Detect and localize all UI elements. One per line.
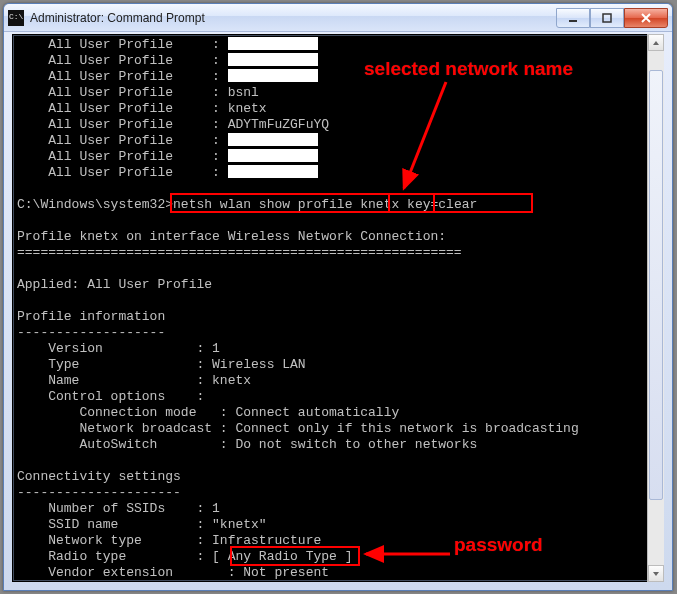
terminal-line: All User Profile : bbox=[17, 149, 659, 165]
terminal-line: Network type : Infrastructure bbox=[17, 533, 659, 549]
window-controls bbox=[556, 8, 668, 28]
terminal-line: Profile knetx on interface Wireless Netw… bbox=[17, 229, 659, 245]
command-prompt-window: Administrator: Command Prompt All User P… bbox=[3, 3, 673, 591]
terminal-line: --------------------- bbox=[17, 485, 659, 501]
terminal-line: All User Profile : bbox=[17, 133, 659, 149]
scroll-thumb[interactable] bbox=[649, 70, 663, 500]
terminal-line: Control options : bbox=[17, 389, 659, 405]
terminal-line: All User Profile : ADYTmFuZGFuYQ bbox=[17, 117, 659, 133]
cmd-icon bbox=[8, 10, 24, 26]
terminal-line: Radio type : [ Any Radio Type ] bbox=[17, 549, 659, 565]
window-title: Administrator: Command Prompt bbox=[30, 11, 556, 25]
terminal-line bbox=[17, 261, 659, 277]
terminal-line: All User Profile : knetx bbox=[17, 101, 659, 117]
terminal-line: Profile information bbox=[17, 309, 659, 325]
svg-rect-0 bbox=[569, 20, 577, 22]
terminal-line: Applied: All User Profile bbox=[17, 277, 659, 293]
terminal-line: Connectivity settings bbox=[17, 469, 659, 485]
terminal-line: All User Profile : bbox=[17, 165, 659, 181]
titlebar[interactable]: Administrator: Command Prompt bbox=[4, 4, 672, 32]
command-text: netsh wlan show profile knetx key=clear bbox=[173, 197, 477, 212]
terminal-line: All User Profile : bsnl bbox=[17, 85, 659, 101]
terminal-area[interactable]: All User Profile : All User Profile : Al… bbox=[12, 34, 664, 582]
terminal-line: Network broadcast : Connect only if this… bbox=[17, 421, 659, 437]
close-button[interactable] bbox=[624, 8, 668, 28]
terminal-line: Connection mode : Connect automatically bbox=[17, 405, 659, 421]
terminal-line bbox=[17, 213, 659, 229]
terminal-line: ------------------- bbox=[17, 325, 659, 341]
vertical-scrollbar[interactable] bbox=[647, 34, 664, 582]
terminal-line bbox=[17, 581, 659, 582]
terminal-line: AutoSwitch : Do not switch to other netw… bbox=[17, 437, 659, 453]
minimize-button[interactable] bbox=[556, 8, 590, 28]
scroll-up-button[interactable] bbox=[648, 34, 664, 51]
terminal-line: Number of SSIDs : 1 bbox=[17, 501, 659, 517]
scroll-down-button[interactable] bbox=[648, 565, 664, 582]
svg-rect-1 bbox=[603, 14, 611, 22]
terminal-line: All User Profile : bbox=[17, 37, 659, 53]
terminal-line: Name : knetx bbox=[17, 373, 659, 389]
terminal-line: Vendor extension : Not present bbox=[17, 565, 659, 581]
terminal-line bbox=[17, 293, 659, 309]
terminal-line: All User Profile : bbox=[17, 53, 659, 69]
terminal-line bbox=[17, 453, 659, 469]
terminal-line bbox=[17, 181, 659, 197]
terminal-line: ========================================… bbox=[17, 245, 659, 261]
terminal-line: Type : Wireless LAN bbox=[17, 357, 659, 373]
terminal-line: SSID name : "knetx" bbox=[17, 517, 659, 533]
maximize-button[interactable] bbox=[590, 8, 624, 28]
network-arg: knetx bbox=[360, 197, 399, 212]
terminal-line: Version : 1 bbox=[17, 341, 659, 357]
terminal-line: All User Profile : bbox=[17, 69, 659, 85]
command-prompt-line: C:\Windows\system32>netsh wlan show prof… bbox=[17, 197, 659, 213]
